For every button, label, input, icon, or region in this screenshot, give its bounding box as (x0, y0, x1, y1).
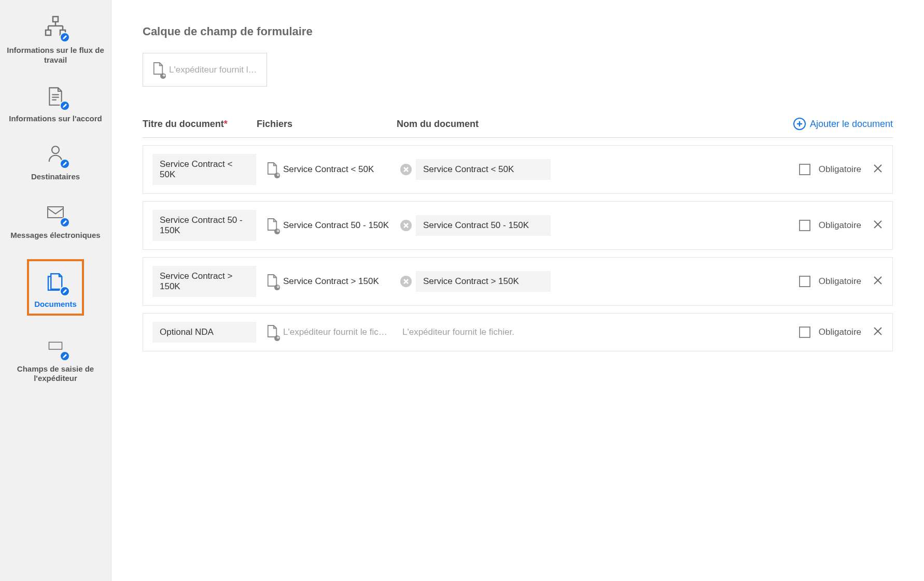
file-add-icon: + (267, 274, 278, 289)
document-title-input[interactable]: Service Contract > 150K (152, 266, 256, 297)
sidebar-item-documents[interactable]: Documents (0, 259, 111, 316)
file-add-icon: + (152, 62, 164, 78)
document-file-name: L'expéditeur fournit le fic… (283, 327, 387, 337)
section-title: Calque de champ de formulaire (143, 25, 893, 38)
sidebar: Informations sur le flux de travail Info… (0, 0, 111, 581)
document-name-input[interactable]: L'expéditeur fournit le fichier. (401, 322, 536, 343)
recipients-icon (43, 142, 68, 167)
mandatory-checkbox[interactable] (799, 220, 810, 231)
document-name-input[interactable]: Service Contract < 50K (416, 159, 551, 180)
edit-badge-icon (60, 217, 70, 228)
mandatory-checkbox[interactable] (799, 327, 810, 338)
plus-circle-icon (793, 118, 806, 130)
add-document-button[interactable]: Ajouter le document (793, 118, 893, 130)
column-header-title: Titre du document* (143, 119, 257, 130)
delete-row-button[interactable] (873, 163, 883, 176)
form-layer-placeholder: L'expéditeur fournit l… (169, 65, 257, 75)
document-file-cell[interactable]: +Service Contract > 150K (267, 274, 397, 289)
sidebar-item-label: Champs de saisie de l'expéditeur (5, 364, 106, 384)
mandatory-checkbox[interactable] (799, 164, 810, 175)
svg-rect-12 (49, 342, 62, 349)
main-content: Calque de champ de formulaire + L'expédi… (111, 0, 924, 581)
document-name-input[interactable]: Service Contract > 150K (416, 271, 551, 292)
edit-badge-icon (60, 159, 70, 169)
form-layer-upload[interactable]: + L'expéditeur fournit l… (143, 53, 267, 87)
document-title-input[interactable]: Optional NDA (152, 322, 256, 343)
column-header-name: Nom du document (397, 119, 542, 130)
add-document-label: Ajouter le document (810, 119, 893, 130)
svg-rect-5 (46, 30, 51, 35)
document-title-input[interactable]: Service Contract 50 - 150K (152, 210, 256, 241)
document-file-name: Service Contract 50 - 150K (283, 220, 389, 231)
document-file-cell[interactable]: +L'expéditeur fournit le fic… (267, 324, 397, 340)
sidebar-item-recipients[interactable]: Destinataires (0, 142, 111, 182)
remove-file-button[interactable] (400, 164, 412, 175)
agreement-icon (43, 84, 68, 109)
document-file-name: Service Contract > 150K (283, 276, 379, 287)
documents-header: Titre du document* Fichiers Nom du docum… (143, 118, 893, 138)
edit-badge-icon (60, 286, 70, 296)
mandatory-checkbox[interactable] (799, 276, 810, 287)
document-row: Service Contract 50 - 150K+Service Contr… (143, 201, 893, 250)
svg-rect-0 (53, 17, 58, 22)
column-header-files: Fichiers (257, 119, 397, 130)
remove-file-button[interactable] (400, 220, 412, 231)
remove-file-button[interactable] (400, 276, 412, 287)
edit-badge-icon (60, 351, 70, 361)
document-file-cell[interactable]: +Service Contract < 50K (267, 162, 397, 177)
sender-fields-icon (43, 334, 68, 359)
sidebar-item-label: Messages électroniques (10, 231, 100, 240)
edit-badge-icon (60, 32, 70, 42)
delete-row-button[interactable] (873, 326, 883, 338)
documents-icon (43, 270, 68, 294)
file-add-icon: + (267, 162, 278, 177)
file-add-icon: + (267, 324, 278, 340)
flow-icon (43, 16, 68, 40)
delete-row-button[interactable] (873, 219, 883, 232)
sidebar-item-label: Informations sur l'accord (9, 114, 102, 124)
document-name-input[interactable]: Service Contract 50 - 150K (416, 215, 551, 236)
file-add-icon: + (267, 218, 278, 233)
edit-badge-icon (60, 101, 70, 111)
mandatory-label: Obligatoire (819, 276, 861, 287)
sidebar-item-label: Informations sur le flux de travail (5, 46, 106, 65)
document-row: Service Contract > 150K+Service Contract… (143, 257, 893, 306)
mandatory-label: Obligatoire (819, 164, 861, 175)
document-file-name: Service Contract < 50K (283, 164, 374, 175)
document-title-input[interactable]: Service Contract < 50K (152, 154, 256, 185)
emails-icon (43, 201, 68, 225)
documents-list: Service Contract < 50K+Service Contract … (143, 145, 893, 351)
document-row: Service Contract < 50K+Service Contract … (143, 145, 893, 194)
sidebar-item-emails[interactable]: Messages électroniques (0, 201, 111, 240)
sidebar-item-sender-fields[interactable]: Champs de saisie de l'expéditeur (0, 334, 111, 384)
svg-point-10 (52, 147, 59, 154)
sidebar-item-agreement-info[interactable]: Informations sur l'accord (0, 84, 111, 124)
svg-rect-11 (48, 207, 63, 218)
delete-row-button[interactable] (873, 275, 883, 288)
sidebar-item-label: Documents (34, 300, 77, 309)
sidebar-item-workflow-info[interactable]: Informations sur le flux de travail (0, 16, 111, 65)
mandatory-label: Obligatoire (819, 220, 861, 231)
mandatory-label: Obligatoire (819, 327, 861, 337)
sidebar-item-label: Destinataires (31, 172, 80, 182)
document-file-cell[interactable]: +Service Contract 50 - 150K (267, 218, 397, 233)
document-row: Optional NDA+L'expéditeur fournit le fic… (143, 313, 893, 351)
